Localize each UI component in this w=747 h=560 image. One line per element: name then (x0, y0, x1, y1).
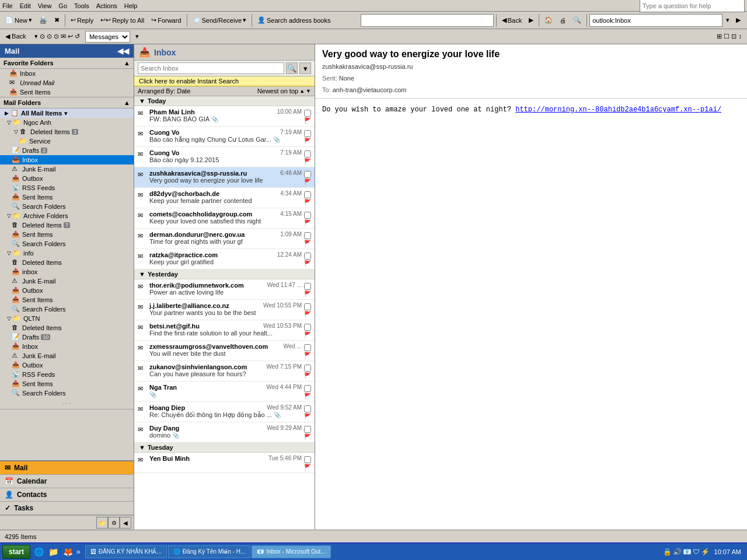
send-receive-button[interactable]: 📨 Send/Receive ▾ (190, 15, 250, 26)
sidebar-item-inbox-fav[interactable]: 📥 Inbox (0, 69, 134, 78)
sidebar-item-archive[interactable]: ▽ 📁 Archive Folders (0, 211, 134, 220)
archive-expand[interactable]: ▽ (5, 213, 13, 219)
menu-view[interactable]: View (38, 2, 52, 9)
sidebar-item-info[interactable]: ▽ 📁 info (0, 249, 134, 258)
quicklaunch-icon1[interactable]: 🌐 (34, 547, 44, 556)
qltn-expand[interactable]: ▽ (5, 316, 13, 321)
msg-zukanov[interactable]: ✉ zukanov@sinhvienlangson.comWed 7:15 PM… (134, 361, 315, 382)
sidebar-item-search-info[interactable]: 🔍 Search Folders (0, 304, 134, 314)
msg-check-derman[interactable] (304, 232, 311, 239)
favorite-folders-header[interactable]: Favorite Folders ▲ (0, 58, 134, 69)
go-button[interactable]: ▶ (733, 15, 745, 26)
msg-flag-derman[interactable]: 🚩 (304, 240, 311, 246)
msg-zushka[interactable]: ✉ zushkakrasavica@ssp-russia.ru6:48 AM V… (134, 167, 315, 188)
msg-flag-zukanov[interactable]: 🚩 (304, 372, 311, 379)
sidebar-item-rss-ngoc[interactable]: 📡 RSS Feeds (0, 183, 134, 192)
sidebar-item-junk-ngoc[interactable]: ⚠ Junk E-mail (0, 164, 134, 174)
sidebar-item-rss-qltn[interactable]: 📡 RSS Feeds (0, 370, 134, 379)
mail-folders-header[interactable]: Mail Folders ▲ (0, 97, 134, 108)
msg-cuong-vo-1[interactable]: ✉ Cuong Vo7:19 AM Báo cáo hằng ngày Chun… (134, 127, 315, 147)
msg-check-zukanov[interactable] (304, 365, 311, 372)
msg-cuong-vo-2[interactable]: ✉ Cuong Vo7:19 AM Báo cáo ngày 9.12.2015… (134, 147, 315, 167)
msg-flag-yen[interactable]: 🚩 (304, 464, 311, 470)
sidebar-item-sent-ngoc[interactable]: 📤 Sent Items (0, 192, 134, 202)
msg-flag-cuong2[interactable]: 🚩 (304, 158, 311, 164)
msg-duy-dang[interactable]: ✉ Duy DangWed 9:29 AM domino 📎 🚩 (134, 422, 315, 443)
sidebar-item-drafts-ngoc[interactable]: 📝 Drafts 2 (0, 146, 134, 155)
msg-pham-mai-linh[interactable]: ✉ Pham Mai Linh10:00 AM FW: BẢNG BÁO GIÁ… (134, 106, 315, 127)
addr-search-input[interactable] (361, 14, 494, 27)
sidebar-item-inbox-ngoc[interactable]: 📥 Inbox (0, 155, 134, 164)
sidebar-item-deleted-arch[interactable]: 🗑 Deleted Items 7 (0, 220, 134, 230)
msg-betsi[interactable]: ✉ betsi.net@gif.huWed 10:53 PM Find the … (134, 320, 315, 341)
ngoc-anh-expand[interactable]: ▽ (5, 120, 13, 125)
msg-check-duy[interactable] (304, 426, 311, 433)
msg-flag-hoang[interactable]: 🚩 (304, 413, 311, 419)
msg-check-pham[interactable] (304, 110, 311, 117)
msg-check-thor[interactable] (304, 283, 311, 290)
home-button[interactable]: 🏠 (542, 15, 556, 26)
address-go[interactable]: ▾ (724, 16, 732, 24)
msg-check-jj[interactable] (304, 303, 311, 310)
deleted-ngoc-expand[interactable]: ▽ (12, 129, 20, 135)
msg-jj[interactable]: ✉ j.j.laliberte@alliance.co.nzWed 10:55 … (134, 300, 315, 320)
menu-file[interactable]: File (2, 2, 13, 9)
configure-button[interactable]: ⚙ (108, 517, 120, 528)
msg-flag-thor[interactable]: 🚩 (304, 290, 311, 297)
msg-derman[interactable]: ✉ derman.dondurur@nerc.gov.ua1:09 AM Tim… (134, 229, 315, 249)
fav-collapse[interactable]: ▲ (124, 60, 130, 66)
all-mail-arrow[interactable]: ▾ (64, 110, 68, 117)
sidebar-item-unread-fav[interactable]: ✉ Unread Mail (0, 78, 134, 88)
msg-check-ratzka[interactable] (304, 253, 311, 260)
toolbar2-more[interactable]: ▾ (132, 32, 142, 41)
more-nav-button[interactable]: ◀ (120, 517, 131, 528)
menu-tools[interactable]: Tools (74, 2, 89, 9)
sidebar-item-deleted-qltn[interactable]: 🗑 Deleted Items (0, 323, 134, 332)
back2-button[interactable]: ◀ Back (2, 32, 29, 41)
quicklaunch-icon2[interactable]: 📁 (48, 547, 58, 556)
inbox-search-options[interactable]: ▾ (299, 62, 311, 74)
sidebar-item-sent-info[interactable]: 📤 Sent Items (0, 295, 134, 304)
nav-contacts-button[interactable]: 👤 Contacts (0, 488, 134, 502)
msg-check-hoang[interactable] (304, 405, 311, 412)
sidebar-item-sent-qltn[interactable]: 📤 Sent Items (0, 379, 134, 388)
sidebar-item-sent-arch[interactable]: 📤 Sent Items (0, 230, 134, 239)
msg-flag-nga[interactable]: 🚩 (304, 393, 311, 399)
msg-flag-betsi[interactable]: 🚩 (304, 331, 311, 338)
msg-check-nga[interactable] (304, 385, 311, 392)
print2-button[interactable]: 🖨 (557, 15, 569, 26)
msg-flag-zxmess[interactable]: 🚩 (304, 352, 311, 358)
today-collapse-icon[interactable]: ▼ (139, 97, 145, 104)
quicklaunch-icon3[interactable]: 🦊 (63, 547, 73, 556)
nav-mail-button[interactable]: ✉ Mail (0, 461, 134, 475)
menu-go[interactable]: Go (58, 2, 67, 9)
msg-yen-bui[interactable]: ✉ Yen Bui MinhTue 5:46 PM 🚩 (134, 453, 315, 473)
sidebar-item-junk-qltn[interactable]: ⚠ Junk E-mail (0, 351, 134, 360)
msg-comets[interactable]: ✉ comets@coachholidaygroup.com4:15 AM Ke… (134, 208, 315, 229)
taskbar-item-2[interactable]: 🌐 Đăng Ký Tên Miền - H... (168, 545, 251, 558)
menu-actions[interactable]: Actions (96, 2, 117, 9)
quicklaunch-more[interactable]: » (76, 548, 81, 556)
msg-flag-jj[interactable]: 🚩 (304, 311, 311, 317)
info-expand[interactable]: ▽ (5, 250, 13, 256)
msg-flag-ratzka[interactable]: 🚩 (304, 260, 311, 267)
msg-check-betsi[interactable] (304, 324, 311, 331)
sidebar-item-search-qltn[interactable]: 🔍 Search Folders (0, 388, 134, 398)
sidebar-item-inbox-info[interactable]: 📥 inbox (0, 267, 134, 276)
msg-check-cuong1[interactable] (304, 130, 311, 137)
msg-zxmess[interactable]: ✉ zxmessraumgross@vanvelthoven.comWed ..… (134, 341, 315, 361)
nav-calendar-button[interactable]: 📅 Calendar (0, 475, 134, 488)
mail-collapse[interactable]: ▲ (124, 99, 130, 106)
sidebar-item-all-mail[interactable]: ▶ 📋 All Mail Items ▾ (0, 108, 134, 118)
forward-button[interactable]: ↪ Forward (148, 15, 184, 26)
sidebar-item-drafts-qltn[interactable]: 📝 Drafts 10 (0, 332, 134, 342)
sidebar-collapse-icon[interactable]: ◀◀ (117, 47, 129, 55)
msg-body-link[interactable]: http://morning.xn--80ahidb2ae4b1a6cyamf.… (515, 106, 721, 114)
messages-select[interactable]: Messages (85, 31, 130, 43)
taskbar-item-3[interactable]: 📧 Inbox - Microsoft Out... (252, 545, 330, 558)
msg-flag-pham[interactable]: 🚩 (304, 117, 311, 124)
new-button[interactable]: 📄 New ▾ (2, 15, 35, 26)
sidebar-item-outbox-ngoc[interactable]: 📤 Outbox (0, 174, 134, 183)
addr-search-button[interactable]: 👤 Search address books (254, 15, 359, 26)
back-toolbar-button[interactable]: ◀ Back (499, 15, 525, 26)
